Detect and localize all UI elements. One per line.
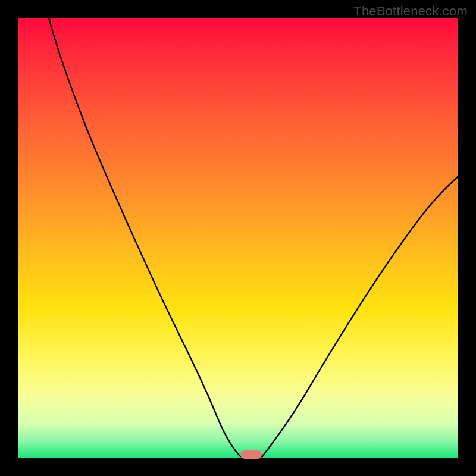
optimum-marker bbox=[240, 450, 262, 459]
curve-left bbox=[49, 18, 240, 456]
plot-area bbox=[18, 18, 458, 458]
curve-right bbox=[262, 176, 458, 456]
attribution-label: TheBottleneck.com bbox=[353, 4, 468, 19]
chart-frame: TheBottleneck.com bbox=[0, 0, 476, 476]
bottleneck-curve bbox=[18, 18, 458, 458]
